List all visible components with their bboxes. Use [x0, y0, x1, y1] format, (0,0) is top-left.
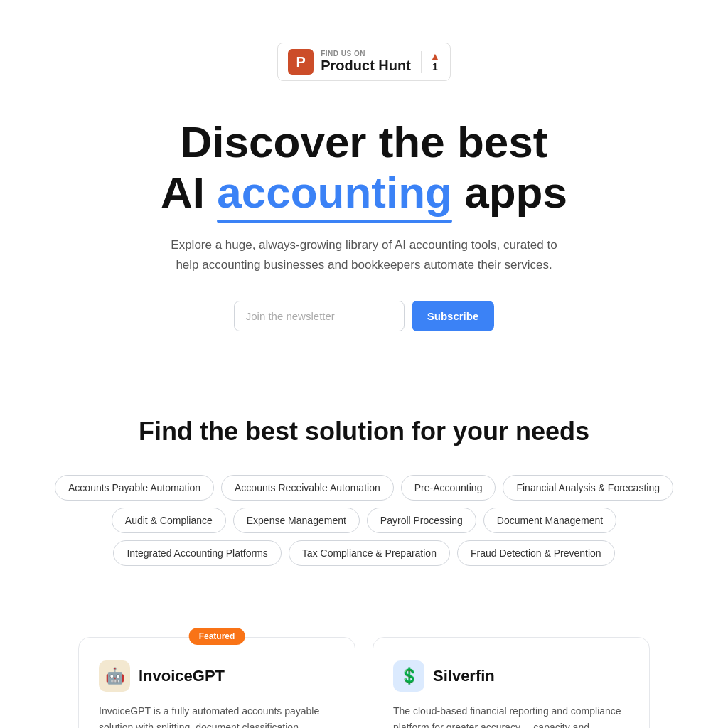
tag-pill[interactable]: Tax Compliance & Preparation	[289, 540, 450, 566]
hero-title-line2-suffix: apps	[452, 168, 567, 217]
card-header: 💲 Silverfin	[393, 660, 629, 692]
tag-pill[interactable]: Accounts Payable Automation	[55, 475, 214, 500]
featured-badge: Featured	[189, 628, 245, 645]
hero-subtitle: Explore a huge, always-growing library o…	[165, 235, 563, 275]
card-description: InvoiceGPT is a fully automated accounts…	[99, 703, 335, 728]
producthunt-logo: P	[288, 49, 314, 75]
newsletter-input[interactable]	[234, 301, 405, 331]
tag-pill[interactable]: Payroll Processing	[367, 508, 476, 533]
tag-pill[interactable]: Integrated Accounting Platforms	[113, 540, 281, 566]
product-card: Featured 🤖 InvoiceGPT InvoiceGPT is a fu…	[78, 637, 355, 728]
hero-title-line1: Discover the best	[181, 117, 548, 166]
producthunt-badge[interactable]: P FIND US ON Product Hunt ▲ 1	[277, 43, 451, 81]
cards-container: Featured 🤖 InvoiceGPT InvoiceGPT is a fu…	[0, 637, 728, 728]
card-header: 🤖 InvoiceGPT	[99, 660, 335, 692]
product-card: 💲 Silverfin The cloud-based financial re…	[373, 637, 650, 728]
tag-pill[interactable]: Accounts Receivable Automation	[221, 475, 394, 500]
producthunt-text: FIND US ON Product Hunt	[321, 50, 411, 74]
card-description: The cloud-based financial reporting and …	[393, 703, 629, 728]
tag-pill[interactable]: Fraud Detection & Prevention	[457, 540, 615, 566]
producthunt-find-us-label: FIND US ON	[321, 50, 411, 58]
tag-pill[interactable]: Pre-Accounting	[401, 475, 496, 500]
producthunt-name: Product Hunt	[321, 58, 411, 74]
tag-pill[interactable]: Audit & Compliance	[112, 508, 226, 533]
producthunt-vote: ▲ 1	[421, 51, 440, 73]
vote-count: 1	[432, 61, 438, 73]
solution-section: Find the best solution for your needs Ac…	[0, 417, 728, 637]
card-logo: 💲	[393, 660, 424, 692]
tag-pill[interactable]: Expense Management	[233, 508, 360, 533]
solution-title: Find the best solution for your needs	[28, 417, 700, 446]
card-title: InvoiceGPT	[139, 667, 225, 685]
card-title: Silverfin	[433, 667, 495, 685]
subscribe-button[interactable]: Subscribe	[412, 301, 495, 331]
hero-title-line2-prefix: AI	[161, 168, 217, 217]
tag-pill[interactable]: Financial Analysis & Forecasting	[503, 475, 673, 500]
upvote-arrow-icon: ▲	[430, 51, 440, 61]
tag-pill[interactable]: Document Management	[483, 508, 616, 533]
hero-section: Discover the best AI accounting apps Exp…	[44, 102, 684, 417]
card-logo: 🤖	[99, 660, 130, 692]
hero-title-accent: accounting	[217, 167, 452, 218]
newsletter-form: Subscribe	[73, 301, 655, 331]
tags-container: Accounts Payable AutomationAccounts Rece…	[28, 475, 700, 566]
hero-title: Discover the best AI accounting apps	[73, 117, 655, 218]
